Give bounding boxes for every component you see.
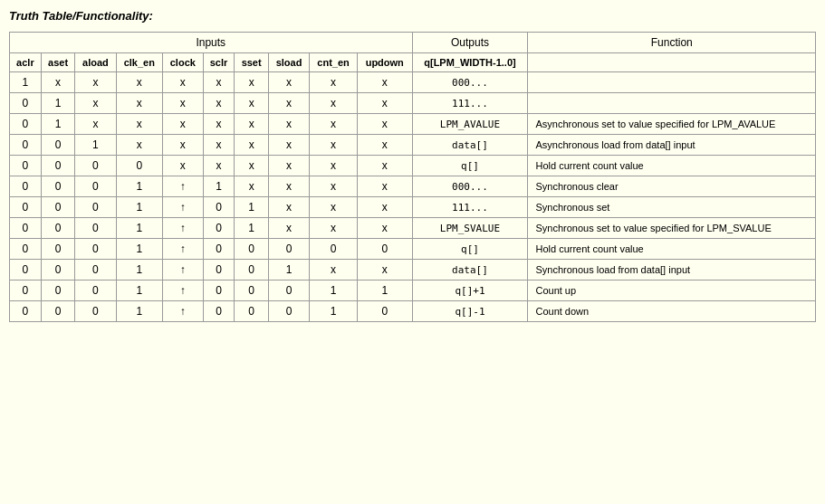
table-row: 001xxxxxxxdata[]Asynchronous load from d… bbox=[10, 135, 816, 156]
table-cell: x bbox=[235, 176, 269, 197]
table-cell: 0 bbox=[75, 197, 116, 218]
table-cell: 0 bbox=[75, 281, 116, 301]
table-cell: 1 bbox=[116, 260, 162, 281]
table-cell: x bbox=[358, 197, 412, 218]
table-cell: x bbox=[358, 176, 412, 197]
table-cell: x bbox=[310, 93, 358, 114]
table-cell: 1 bbox=[358, 281, 412, 301]
table-cell: x bbox=[268, 114, 309, 135]
table-cell: 1 bbox=[10, 72, 42, 93]
table-row: 0001↑00000q[]Hold current count value bbox=[10, 239, 816, 260]
table-cell: x bbox=[358, 135, 412, 156]
table-cell: 1 bbox=[116, 197, 162, 218]
function-value: Asynchronous load from data[] input bbox=[528, 135, 816, 156]
table-cell: 0 bbox=[41, 135, 75, 156]
table-cell: x bbox=[358, 114, 412, 135]
table-cell: 0 bbox=[75, 260, 116, 281]
table-cell: 0 bbox=[268, 239, 309, 260]
table-cell: 1 bbox=[310, 301, 358, 322]
table-cell: x bbox=[310, 156, 358, 176]
table-cell: x bbox=[358, 218, 412, 239]
table-cell: x bbox=[235, 156, 269, 176]
output-value: LPM_AVALUE bbox=[412, 114, 528, 135]
table-cell: 0 bbox=[203, 239, 235, 260]
table-cell: x bbox=[163, 72, 204, 93]
table-cell: 0 bbox=[10, 260, 42, 281]
table-cell: x bbox=[358, 93, 412, 114]
table-cell: x bbox=[203, 114, 235, 135]
function-value: Synchronous set bbox=[528, 197, 816, 218]
col-cnt-en: cnt_en bbox=[310, 53, 358, 72]
table-cell: x bbox=[75, 72, 116, 93]
table-cell: x bbox=[268, 135, 309, 156]
table-cell: x bbox=[310, 176, 358, 197]
table-cell: 0 bbox=[203, 260, 235, 281]
table-cell: x bbox=[116, 114, 162, 135]
col-sload: sload bbox=[268, 53, 309, 72]
table-cell: 0 bbox=[268, 281, 309, 301]
table-cell: 0 bbox=[10, 93, 42, 114]
col-sset: sset bbox=[235, 53, 269, 72]
table-cell: x bbox=[203, 72, 235, 93]
output-value: q[]+1 bbox=[412, 281, 528, 301]
table-cell: 1 bbox=[235, 218, 269, 239]
table-cell: x bbox=[358, 260, 412, 281]
table-row: 1xxxxxxxxx000... bbox=[10, 72, 816, 93]
table-cell: 1 bbox=[235, 197, 269, 218]
table-cell: x bbox=[310, 197, 358, 218]
table-cell: 0 bbox=[10, 239, 42, 260]
table-cell: 0 bbox=[41, 156, 75, 176]
table-cell: 0 bbox=[41, 197, 75, 218]
table-cell: 1 bbox=[203, 176, 235, 197]
col-aload: aload bbox=[75, 53, 116, 72]
table-cell: 0 bbox=[41, 218, 75, 239]
table-cell: 0 bbox=[75, 218, 116, 239]
table-cell: x bbox=[75, 114, 116, 135]
table-cell: 0 bbox=[41, 301, 75, 322]
table-cell: 1 bbox=[268, 260, 309, 281]
table-row: 0001↑001xxdata[]Synchronous load from da… bbox=[10, 260, 816, 281]
table-cell: x bbox=[163, 156, 204, 176]
table-cell: 0 bbox=[203, 197, 235, 218]
table-row: 0001↑01xxxLPM_SVALUESynchronous set to v… bbox=[10, 218, 816, 239]
table-cell: 0 bbox=[41, 176, 75, 197]
output-value: 111... bbox=[412, 197, 528, 218]
table-cell: ↑ bbox=[163, 239, 204, 260]
col-sclr: sclr bbox=[203, 53, 235, 72]
table-cell: 0 bbox=[75, 301, 116, 322]
table-cell: 1 bbox=[41, 114, 75, 135]
table-cell: 0 bbox=[203, 281, 235, 301]
table-cell: 0 bbox=[10, 197, 42, 218]
table-cell: 0 bbox=[75, 176, 116, 197]
table-cell: ↑ bbox=[163, 218, 204, 239]
table-cell: 0 bbox=[116, 156, 162, 176]
table-cell: 0 bbox=[41, 239, 75, 260]
table-cell: x bbox=[268, 156, 309, 176]
table-cell: x bbox=[268, 93, 309, 114]
table-cell: x bbox=[310, 260, 358, 281]
table-cell: x bbox=[116, 72, 162, 93]
table-cell: x bbox=[268, 197, 309, 218]
table-row: 0001↑00011q[]+1Count up bbox=[10, 281, 816, 301]
table-cell: 1 bbox=[75, 135, 116, 156]
output-value: q[]-1 bbox=[412, 301, 528, 322]
table-row: 01xxxxxxxxLPM_AVALUEAsynchronous set to … bbox=[10, 114, 816, 135]
table-cell: 0 bbox=[235, 260, 269, 281]
table-cell: x bbox=[358, 72, 412, 93]
table-cell: x bbox=[203, 156, 235, 176]
table-cell: x bbox=[358, 156, 412, 176]
table-cell: ↑ bbox=[163, 197, 204, 218]
function-value bbox=[528, 72, 816, 93]
table-cell: 0 bbox=[235, 281, 269, 301]
table-cell: x bbox=[268, 218, 309, 239]
output-value: 000... bbox=[412, 72, 528, 93]
function-value: Synchronous load from data[] input bbox=[528, 260, 816, 281]
table-cell: x bbox=[75, 93, 116, 114]
function-value: Hold current count value bbox=[528, 156, 816, 176]
table-cell: 0 bbox=[203, 218, 235, 239]
table-cell: 1 bbox=[310, 281, 358, 301]
table-cell: 0 bbox=[10, 218, 42, 239]
table-cell: ↑ bbox=[163, 176, 204, 197]
table-cell: 0 bbox=[310, 239, 358, 260]
table-cell: 0 bbox=[358, 301, 412, 322]
